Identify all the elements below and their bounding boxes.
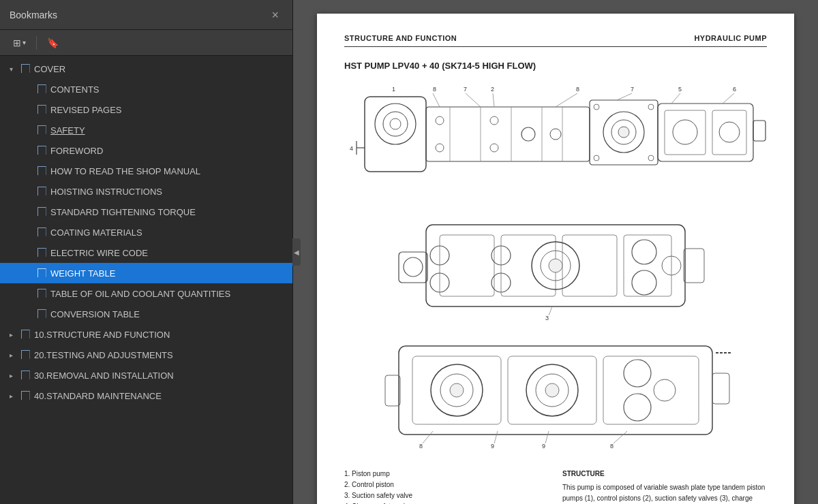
bookmark-view-button[interactable]: 🔖: [42, 35, 63, 51]
bookmark-label-foreword: FOREWORD: [50, 146, 286, 156]
expand-arrow-30-removal[interactable]: [5, 370, 16, 381]
bookmark-label-revised-pages: REVISED PAGES: [50, 105, 286, 115]
svg-point-34: [648, 155, 654, 161]
bookmark-item-hoisting[interactable]: HOISTING INSTRUCTIONS: [0, 181, 292, 202]
expand-arrow-cover[interactable]: [5, 63, 16, 74]
parts-list-item: 2. Control piston: [344, 479, 549, 490]
bookmark-item-30-removal[interactable]: 30.REMOVAL AND INSTALLATION: [0, 365, 292, 385]
bookmark-item-contents[interactable]: CONTENTS: [0, 79, 292, 99]
bookmark-ribbon-icon: [19, 349, 30, 360]
svg-point-74: [450, 383, 464, 397]
svg-rect-82: [712, 373, 729, 404]
svg-rect-71: [603, 356, 699, 424]
svg-text:9: 9: [491, 443, 494, 450]
bookmark-ribbon-icon: [35, 186, 46, 197]
bookmark-label-10-structure: 10.STRUCTURE AND FUNCTION: [34, 330, 286, 340]
bookmark-item-revised-pages[interactable]: REVISED PAGES: [0, 99, 292, 120]
expand-arrow-20-testing[interactable]: [5, 349, 16, 360]
bookmark-label-contents: CONTENTS: [50, 84, 286, 95]
svg-point-80: [654, 379, 676, 401]
bookmark-label-hoisting: HOISTING INSTRUCTIONS: [50, 187, 286, 197]
svg-rect-8: [365, 97, 426, 172]
svg-line-90: [614, 431, 627, 443]
panel-title: Bookmarks: [10, 10, 57, 20]
bookmark-ribbon-icon: [35, 125, 46, 136]
svg-line-41: [433, 93, 440, 107]
bookmark-label-oil-coolant: TABLE OF OIL AND COOLANT QUANTITIES: [50, 289, 286, 299]
svg-text:8: 8: [419, 443, 423, 450]
svg-point-22: [436, 144, 444, 152]
pdf-bottom-section: 1. Piston pump2. Control piston3. Suctio…: [344, 469, 767, 504]
bookmark-ribbon-icon: [35, 227, 46, 238]
svg-text:5: 5: [678, 86, 682, 93]
parts-list-item: 1. Piston pump: [344, 469, 549, 479]
panel-toolbar: ⊞ ▾ 🔖: [0, 30, 292, 56]
bookmark-ribbon-icon: [35, 288, 46, 299]
bookmark-ribbon-icon: [35, 84, 46, 95]
svg-rect-65: [684, 249, 704, 283]
svg-rect-15: [426, 107, 590, 161]
pdf-viewer[interactable]: STRUCTURE AND FUNCTION HYDRAULIC PUMP HS…: [293, 0, 818, 504]
svg-text:6: 6: [733, 86, 736, 93]
bookmark-ribbon-icon: [35, 166, 46, 176]
svg-rect-52: [624, 235, 671, 296]
svg-point-77: [545, 383, 559, 397]
bookmark-item-conversion[interactable]: CONVERSION TABLE: [0, 304, 292, 324]
bookmark-item-cover[interactable]: COVER: [0, 59, 292, 79]
toolbar-divider: [36, 36, 37, 50]
svg-line-87: [423, 431, 433, 443]
pdf-structure-section: STRUCTURE This pump is composed of varia…: [562, 469, 767, 504]
bookmark-item-40-standard[interactable]: 40.STANDARD MAINTENANCE: [0, 385, 292, 406]
bookmark-label-coating: COATING MATERIALS: [50, 227, 286, 238]
bookmarks-tree: COVERCONTENTSREVISED PAGESSAFETYFOREWORD…: [0, 56, 292, 504]
bookmark-item-electric-wire[interactable]: ELECTRIC WIRE CODE: [0, 242, 292, 263]
svg-text:8: 8: [576, 86, 579, 93]
svg-text:4: 4: [350, 145, 353, 152]
expand-arrow-10-structure[interactable]: [5, 329, 16, 340]
close-button[interactable]: ×: [267, 7, 283, 22]
expand-arrow-40-standard[interactable]: [5, 390, 16, 401]
bookmark-item-weight-table[interactable]: WEIGHT TABLE: [0, 263, 292, 283]
bookmark-ribbon-icon: [19, 370, 30, 381]
svg-line-67: [549, 306, 552, 315]
svg-text:1: 1: [392, 86, 395, 93]
svg-text:9: 9: [542, 443, 545, 450]
bookmark-ribbon-icon: [35, 104, 46, 115]
svg-point-11: [390, 119, 401, 129]
svg-line-46: [671, 93, 680, 104]
svg-rect-63: [399, 252, 427, 283]
parts-list-item: 3. Suction safety valve: [344, 490, 549, 501]
bookmark-ribbon-icon: [35, 145, 46, 156]
bookmark-item-foreword[interactable]: FOREWORD: [0, 140, 292, 161]
svg-point-9: [375, 104, 416, 144]
svg-point-59: [549, 259, 562, 272]
panel-header: Bookmarks ×: [0, 0, 292, 30]
svg-point-78: [624, 360, 651, 387]
bookmark-label-cover: COVER: [34, 64, 286, 74]
svg-line-44: [556, 93, 577, 107]
pump-diagram-bottom: 8 9 9 8: [344, 336, 767, 455]
svg-point-26: [550, 129, 561, 140]
svg-line-89: [545, 431, 549, 443]
bookmark-label-safety: SAFETY: [50, 125, 286, 136]
svg-point-64: [404, 257, 423, 277]
bookmark-item-coating[interactable]: COATING MATERIALS: [0, 222, 292, 242]
bookmark-item-oil-coolant[interactable]: TABLE OF OIL AND COOLANT QUANTITIES: [0, 283, 292, 304]
collapse-panel-handle[interactable]: ◀: [292, 238, 301, 266]
bookmark-item-10-structure[interactable]: 10.STRUCTURE AND FUNCTION: [0, 324, 292, 345]
pdf-diagram-area: 1 8 7 2 8 7 5 6 4: [344, 83, 767, 455]
svg-text:8: 8: [610, 443, 614, 450]
bookmark-item-20-testing[interactable]: 20.TESTING AND ADJUSTMENTS: [0, 345, 292, 365]
bookmark-item-how-to-read[interactable]: HOW TO READ THE SHOP MANUAL: [0, 161, 292, 181]
bookmark-item-safety[interactable]: SAFETY: [0, 120, 292, 140]
bookmark-item-std-tightening[interactable]: STANDARD TIGHTENING TORQUE: [0, 202, 292, 222]
bookmark-label-30-removal: 30.REMOVAL AND INSTALLATION: [34, 371, 286, 381]
bookmark-label-conversion: CONVERSION TABLE: [50, 309, 286, 319]
pdf-section-label: STRUCTURE AND FUNCTION: [344, 34, 457, 42]
pdf-header: STRUCTURE AND FUNCTION HYDRAULIC PUMP: [344, 34, 767, 47]
expand-all-button[interactable]: ⊞ ▾: [8, 35, 31, 51]
svg-line-42: [466, 93, 481, 107]
bookmark-label-std-tightening: STANDARD TIGHTENING TORQUE: [50, 207, 286, 217]
svg-point-79: [624, 394, 651, 421]
panel-header-left: Bookmarks: [10, 10, 57, 20]
